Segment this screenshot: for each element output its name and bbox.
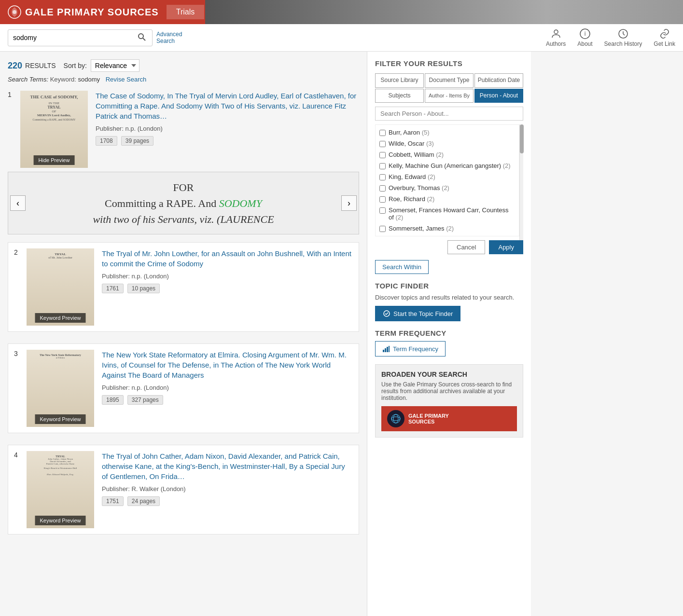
filter-option-label-burr: Burr, Aaron (5) xyxy=(389,129,430,136)
filter-option-roe[interactable]: Roe, Richard (2) xyxy=(379,193,515,205)
search-within-btn[interactable]: Search Within xyxy=(375,260,429,274)
filter-cancel-btn[interactable]: Cancel xyxy=(447,240,485,254)
filter-checkbox-sommersett[interactable] xyxy=(379,226,386,232)
carousel-line1: FOR xyxy=(93,179,274,195)
carousel-line2: Committing a RAPE. And SODOMY xyxy=(93,195,274,211)
svg-rect-9 xyxy=(383,350,384,352)
filter-tab-document-type[interactable]: Document Type xyxy=(425,73,474,88)
about-nav[interactable]: i About xyxy=(577,28,592,47)
publisher-value-4: R. Walker (London) xyxy=(131,485,185,493)
authors-nav[interactable]: Authors xyxy=(546,28,566,47)
svg-rect-12 xyxy=(389,346,390,352)
result-title-3[interactable]: The New York State Reformatory at Elmira… xyxy=(102,350,353,380)
result-title-2[interactable]: The Tryal of Mr. John Lowther, for an As… xyxy=(102,248,353,269)
sort-select[interactable]: Relevance Date Title xyxy=(91,59,139,72)
result-content-3: The New York State Reformatory at Elmira… xyxy=(102,350,353,427)
filter-option-sommersett[interactable]: Sommersett, James (2) xyxy=(379,223,515,234)
result-number-2: 2 xyxy=(14,248,22,326)
filter-tab-person-about[interactable]: Person - About xyxy=(474,89,523,103)
result-item-1-header: 1 THE CASE of SODOMY, IN THE TRYAL OF ME… xyxy=(8,91,359,168)
filter-option-cobbett[interactable]: Cobbett, William (2) xyxy=(379,149,515,160)
carousel-next-btn[interactable]: › xyxy=(341,195,357,211)
result-meta-3: Publisher: n.p. (London) xyxy=(102,384,353,391)
broaden-logo-text: GALE PRIMARY SOURCES xyxy=(408,413,449,424)
result-badges-1: 1708 39 pages xyxy=(96,136,359,146)
result-item-1-wrapper: 1 THE CASE of SODOMY, IN THE TRYAL OF ME… xyxy=(8,91,359,234)
get-link-label: Get Link xyxy=(654,41,675,47)
hide-preview-btn-1[interactable]: Hide Preview xyxy=(34,155,75,165)
sort-label: Sort by: xyxy=(64,62,87,69)
publisher-label-4: Publisher: xyxy=(102,485,130,493)
broaden-gale-icon xyxy=(387,410,404,427)
main-layout: 220 RESULTS Sort by: Relevance Date Titl… xyxy=(0,52,683,616)
keyword-preview-btn-4[interactable]: Keyword Preview xyxy=(35,516,86,525)
get-link-nav[interactable]: Get Link xyxy=(654,28,675,47)
svg-point-4 xyxy=(554,30,558,34)
filter-checkbox-cobbett[interactable] xyxy=(379,152,386,158)
search-button[interactable] xyxy=(134,30,150,46)
term-frequency-label: Term Frequency xyxy=(393,345,438,353)
results-count: 220 xyxy=(8,61,22,71)
about-label: About xyxy=(577,41,592,47)
filter-checkbox-kelly[interactable] xyxy=(379,163,386,169)
logo[interactable]: GALE PRIMARY SOURCES xyxy=(8,5,159,19)
publisher-label-2: Publisher: xyxy=(102,273,130,280)
carousel-highlight: SODOMY xyxy=(219,197,262,209)
carousel-line3: with two of his Servants, viz. (LAURENCE xyxy=(93,211,274,227)
filter-checkbox-somerset[interactable] xyxy=(379,207,386,214)
search-input[interactable] xyxy=(8,31,134,44)
results-label: RESULTS xyxy=(25,62,56,69)
results-area: 220 RESULTS Sort by: Relevance Date Titl… xyxy=(0,52,367,616)
result-badges-2: 1761 10 pages xyxy=(102,284,353,293)
svg-rect-11 xyxy=(387,347,388,352)
filter-option-somerset[interactable]: Somerset, Frances Howard Carr, Countess … xyxy=(379,205,515,223)
authors-label: Authors xyxy=(546,41,566,47)
keyword-preview-btn-3[interactable]: Keyword Preview xyxy=(35,414,86,424)
header: GALE PRIMARY SOURCES Trials xyxy=(0,0,683,24)
result-item-3: 3 The New York State Reformatory at Elmi… xyxy=(8,343,359,433)
pages-badge-3: 327 pages xyxy=(127,395,163,405)
about-icon: i xyxy=(579,28,591,40)
filter-apply-btn[interactable]: Apply xyxy=(489,240,523,254)
filter-option-burr[interactable]: Burr, Aaron (5) xyxy=(379,127,515,138)
svg-line-3 xyxy=(143,38,145,41)
filter-tabs-row2: Subjects Author - Items By Person - Abou… xyxy=(375,89,523,103)
filter-option-kelly[interactable]: Kelly, Machine Gun (American gangster) (… xyxy=(379,160,515,171)
filter-search-input[interactable] xyxy=(375,107,523,121)
filter-checkbox-burr[interactable] xyxy=(379,130,386,136)
filter-scrollbar[interactable] xyxy=(519,124,523,240)
result-content-1: The Case of Sodomy, In The Tryal of Merv… xyxy=(96,91,359,168)
filter-tab-subjects[interactable]: Subjects xyxy=(375,89,424,103)
filter-option-overbury[interactable]: Overbury, Thomas (2) xyxy=(379,182,515,193)
search-history-nav[interactable]: Search History xyxy=(604,28,642,47)
filter-checkbox-overbury[interactable] xyxy=(379,185,386,192)
result-title-4[interactable]: The Tryal of John Cather, Adam Nixon, Da… xyxy=(102,451,353,481)
filter-checkbox-king[interactable] xyxy=(379,174,386,180)
result-title-1[interactable]: The Case of Sodomy, In The Tryal of Merv… xyxy=(96,91,359,121)
result-meta-2: Publisher: n.p. (London) xyxy=(102,273,353,280)
keyword-preview-btn-2[interactable]: Keyword Preview xyxy=(35,313,86,323)
broaden-desc: Use the Gale Primary Sources cross-searc… xyxy=(381,381,517,401)
filter-option-wilde[interactable]: Wilde, Oscar (3) xyxy=(379,138,515,149)
advanced-search-link[interactable]: Advanced Search xyxy=(156,31,182,44)
pages-badge-1: 39 pages xyxy=(121,136,153,146)
broaden-logo[interactable]: GALE PRIMARY SOURCES xyxy=(381,406,517,431)
term-frequency-btn[interactable]: Term Frequency xyxy=(375,341,446,356)
broaden-section: BROADEN YOUR SEARCH Use the Gale Primary… xyxy=(375,364,523,438)
svg-rect-10 xyxy=(385,348,386,352)
start-topic-finder-btn[interactable]: Start the Topic Finder xyxy=(375,306,460,321)
filter-checkbox-wilde[interactable] xyxy=(379,141,386,147)
result-item-4: 4 TRYAL John Cather, Adam Nixon David Al… xyxy=(8,445,359,534)
filter-option-king[interactable]: King, Edward (2) xyxy=(379,171,515,182)
carousel-prev-btn[interactable]: ‹ xyxy=(10,195,26,211)
filter-tab-publication-date[interactable]: Publication Date xyxy=(474,73,523,88)
authors-icon xyxy=(550,28,562,40)
revise-search-link[interactable]: Revise Search xyxy=(106,76,147,83)
filter-checkbox-roe[interactable] xyxy=(379,196,386,203)
pages-badge-2: 10 pages xyxy=(127,284,160,293)
topic-finder-title: TOPIC FINDER xyxy=(375,282,523,290)
gale-logo-icon xyxy=(8,5,21,19)
filter-tab-source-library[interactable]: Source Library xyxy=(375,73,424,88)
sidebar: FILTER YOUR RESULTS Source Library Docum… xyxy=(367,52,531,616)
filter-tab-author-items[interactable]: Author - Items By xyxy=(425,89,474,103)
